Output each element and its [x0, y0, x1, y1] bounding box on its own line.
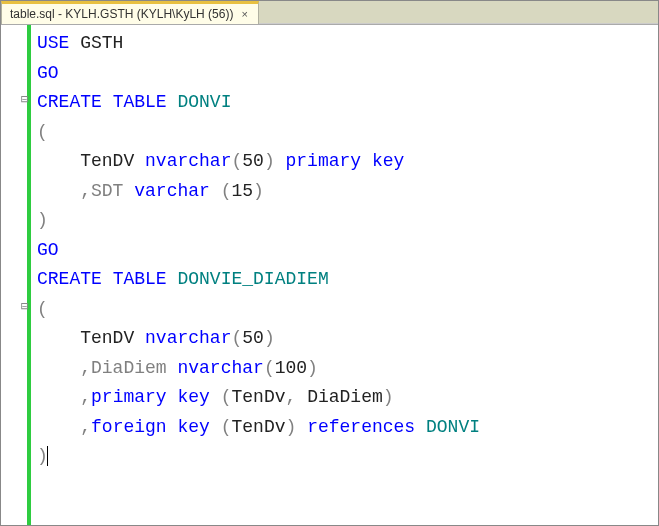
identifier: TenDv [232, 387, 286, 407]
keyword-type: nvarchar [145, 328, 231, 348]
tab-title: table.sql - KYLH.GSTH (KYLH\KyLH (56)) [10, 7, 233, 21]
code-editor[interactable]: ⊟ ⊟ USE GSTH GO CREATE TABLE DONVI ( Ten… [1, 25, 658, 525]
comma: , [286, 387, 297, 407]
file-tab[interactable]: table.sql - KYLH.GSTH (KYLH\KyLH (56)) × [1, 1, 259, 24]
keyword-primary: primary [91, 387, 167, 407]
paren: ( [221, 387, 232, 407]
keyword-key: key [177, 387, 209, 407]
keyword-create: CREATE [37, 92, 102, 112]
comma: ,DiaDiem [80, 358, 166, 378]
paren: ( [37, 299, 48, 319]
keyword-type: nvarchar [177, 358, 263, 378]
keyword-table: TABLE [113, 92, 167, 112]
keyword-go: GO [37, 240, 59, 260]
number: 15 [232, 181, 254, 201]
code-content[interactable]: USE GSTH GO CREATE TABLE DONVI ( TenDV n… [31, 25, 658, 525]
paren: ) [307, 358, 318, 378]
paren: ( [264, 358, 275, 378]
keyword-type: varchar [134, 181, 210, 201]
comma: ,SDT [80, 181, 123, 201]
keyword-key: key [372, 151, 404, 171]
text-caret [47, 446, 48, 466]
keyword-table: TABLE [113, 269, 167, 289]
editor-margin: ⊟ ⊟ [1, 25, 31, 525]
comma: , [80, 387, 91, 407]
paren: ( [37, 122, 48, 142]
identifier: TenDV [80, 151, 134, 171]
keyword-foreign: foreign [91, 417, 167, 437]
number: 50 [242, 328, 264, 348]
paren: ( [221, 181, 232, 201]
identifier: DONVIE_DIADIEM [177, 269, 328, 289]
tab-bar: table.sql - KYLH.GSTH (KYLH\KyLH (56)) × [1, 1, 658, 25]
fold-icon[interactable]: ⊟ [21, 300, 28, 312]
paren: ) [264, 328, 275, 348]
identifier: DONVI [177, 92, 231, 112]
identifier: DONVI [426, 417, 480, 437]
keyword-primary: primary [286, 151, 362, 171]
identifier: TenDv [232, 417, 286, 437]
identifier: TenDV [80, 328, 134, 348]
keyword-key: key [177, 417, 209, 437]
keyword-references: references [307, 417, 415, 437]
number: 100 [275, 358, 307, 378]
paren: ( [231, 328, 242, 348]
keyword-create: CREATE [37, 269, 102, 289]
tab-bar-spacer [259, 1, 658, 24]
paren: ( [221, 417, 232, 437]
close-icon[interactable]: × [239, 8, 249, 20]
keyword-use: USE [37, 33, 69, 53]
paren: ) [253, 181, 264, 201]
paren: ( [231, 151, 242, 171]
paren: ) [37, 210, 48, 230]
keyword-type: nvarchar [145, 151, 231, 171]
paren: ) [264, 151, 275, 171]
paren: ) [286, 417, 297, 437]
identifier: DiaDiem [307, 387, 383, 407]
comma: , [80, 417, 91, 437]
identifier: GSTH [80, 33, 123, 53]
paren: ) [383, 387, 394, 407]
fold-icon[interactable]: ⊟ [21, 93, 28, 105]
number: 50 [242, 151, 264, 171]
keyword-go: GO [37, 63, 59, 83]
